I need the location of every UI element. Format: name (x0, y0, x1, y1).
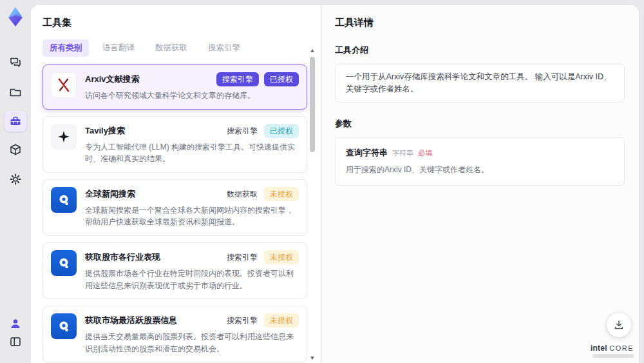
scroll-down-arrow[interactable] (310, 357, 314, 360)
detail-title: 工具详情 (335, 17, 625, 29)
tool-description: 全球新闻搜索是一个聚合全球各大新闻网站内容的搜索引擎，帮助用户快速获取全球最新资… (85, 204, 299, 228)
tool-name: Tavily搜索 (85, 124, 125, 137)
page-title: 工具集 (43, 17, 307, 29)
category-tag: 搜索引擎 (225, 313, 259, 328)
news-app-icon (51, 313, 77, 339)
list-scrollbar (310, 49, 316, 360)
tool-name: Arxiv文献搜索 (85, 72, 140, 85)
param-description: 用于搜索的Arxiv ID、关键字或作者姓名。 (346, 164, 614, 175)
intel-core-logo: intel CORE (591, 344, 634, 358)
tool-description: 访问各个研究领域大量科学论文和文章的存储库。 (85, 90, 299, 102)
sidebar-rail (0, 0, 31, 363)
tool-card-global-news[interactable]: 全球新闻搜索 数据获取 未授权 全球新闻搜索是一个聚合全球各大新闻网站内容的搜索… (43, 179, 307, 236)
app-logo[interactable] (6, 6, 24, 27)
brand-badge-bar (592, 354, 634, 358)
arxiv-logo-icon (51, 72, 77, 98)
package-icon[interactable] (5, 139, 26, 160)
app-surface: 工具集 所有类别 语言翻译 数据获取 搜索引擎 Arxiv文献搜索 (31, 5, 639, 363)
intro-heading: 工具介绍 (335, 44, 625, 56)
brand-core: CORE (609, 344, 634, 352)
param-card: 查询字符串 字符串 必填 用于搜索的Arxiv ID、关键字或作者姓名。 (335, 137, 625, 186)
tab-all-categories[interactable]: 所有类别 (43, 39, 89, 57)
tool-card-sector-performance[interactable]: 获取股市各行业表现 搜索引擎 未授权 提供股票市场各个行业在特定时间段内的表现。… (43, 242, 307, 299)
category-tag: 搜索引擎 (216, 72, 259, 86)
tool-card-active-stocks[interactable]: 获取市场最活跃股票信息 搜索引擎 未授权 提供当天交易量最高的股票列表。投资者可… (43, 306, 307, 362)
toolbox-icon[interactable] (5, 111, 26, 132)
category-tag: 搜索引擎 (225, 250, 259, 264)
params-heading: 参数 (335, 118, 625, 130)
auth-status-badge: 未授权 (264, 187, 299, 201)
param-type: 字符串 (392, 148, 413, 159)
tool-list-panel: 工具集 所有类别 语言翻译 数据获取 搜索引擎 Arxiv文献搜索 (31, 5, 322, 363)
tool-description: 提供当天交易量最高的股票列表。投资者可以利用这些信息来识别流动性强的股票和潜在的… (85, 331, 299, 355)
auth-status-badge: 已授权 (264, 72, 299, 86)
tool-card-tavily[interactable]: Tavily搜索 搜索引擎 已授权 专为人工智能代理 (LLM) 构建的搜索引擎… (43, 116, 307, 173)
intro-text: 一个用于从Arxiv存储库搜索科学论文和文章的工具。 输入可以是Arxiv ID… (346, 72, 612, 93)
tool-card-arxiv[interactable]: Arxiv文献搜索 搜索引擎 已授权 访问各个研究领域大量科学论文和文章的存储库… (43, 64, 307, 110)
auth-status-badge: 未授权 (264, 313, 299, 328)
news-app-icon (51, 250, 77, 276)
chat-icon[interactable] (5, 52, 26, 72)
intro-card: 一个用于从Arxiv存储库搜索科学论文和文章的工具。 输入可以是Arxiv ID… (335, 64, 625, 103)
scroll-up-arrow[interactable] (310, 49, 314, 52)
download-button[interactable] (607, 313, 631, 337)
tab-language-translation[interactable]: 语言翻译 (95, 39, 142, 57)
tool-detail-panel: 工具详情 工具介绍 一个用于从Arxiv存储库搜索科学论文和文章的工具。 输入可… (322, 5, 639, 363)
category-tag: 搜索引擎 (225, 124, 259, 138)
auth-status-badge: 未授权 (264, 250, 299, 264)
news-app-icon (51, 187, 77, 213)
tab-data-fetch[interactable]: 数据获取 (148, 39, 194, 57)
tool-name: 全球新闻搜索 (85, 187, 135, 200)
tool-description: 提供股票市场各个行业在特定时间段内的表现。投资者可以利用这些信息来识别表现优于或… (85, 268, 299, 291)
tool-name: 获取市场最活跃股票信息 (85, 313, 177, 326)
category-tag: 数据获取 (225, 187, 259, 201)
param-required-badge: 必填 (418, 148, 432, 159)
folder-icon[interactable] (5, 82, 26, 103)
settings-gear-icon[interactable] (5, 169, 26, 190)
tavily-star-icon (51, 124, 77, 150)
param-name: 查询字符串 (346, 146, 388, 159)
scrollbar-thumb[interactable] (310, 57, 315, 152)
tool-description: 专为人工智能代理 (LLM) 构建的搜索引擎工具。可快速提供实时、准确和真实的结… (85, 141, 299, 165)
tab-search-engine[interactable]: 搜索引擎 (201, 39, 247, 57)
download-icon (613, 319, 625, 331)
auth-status-badge: 已授权 (264, 124, 299, 138)
category-tabs: 所有类别 语言翻译 数据获取 搜索引擎 (43, 39, 307, 57)
tool-name: 获取股市各行业表现 (85, 250, 160, 263)
brand-intel: intel (591, 344, 607, 353)
tool-list: Arxiv文献搜索 搜索引擎 已授权 访问各个研究领域大量科学论文和文章的存储库… (43, 64, 307, 363)
panel-toggle-icon[interactable] (5, 331, 26, 352)
